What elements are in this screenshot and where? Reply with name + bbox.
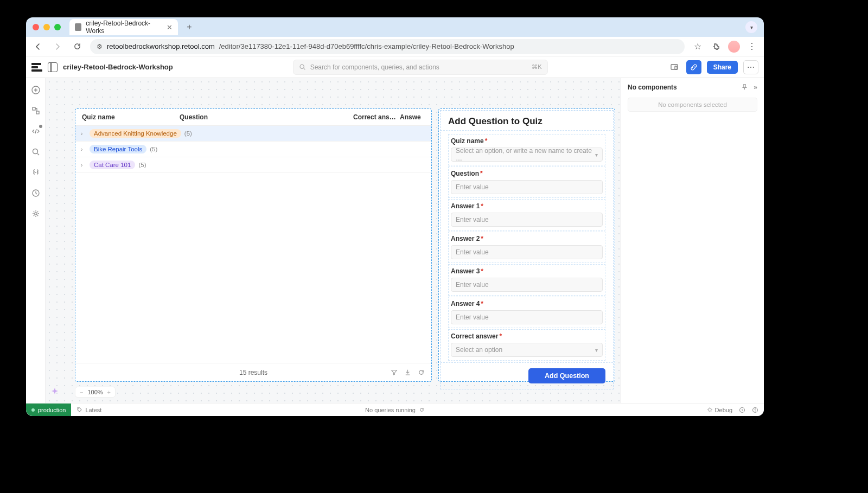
editor-canvas[interactable]: Quiz name Question Correct ans… Answe › … xyxy=(46,78,621,403)
placeholder: Enter value xyxy=(456,183,489,191)
answer3-label: Answer 3 xyxy=(451,267,480,275)
zoom-control[interactable]: − 100% + xyxy=(75,387,116,398)
add-icon[interactable] xyxy=(30,85,41,95)
row-count: (5) xyxy=(184,130,192,137)
close-window-icon[interactable] xyxy=(33,24,39,30)
queries-label: No queries running xyxy=(365,407,416,413)
browser-tab[interactable]: criley-Retool-Bedrock-Works ✕ xyxy=(69,19,178,35)
inspector-sidebar: No components » No components selected xyxy=(621,78,764,403)
search-shortcut: ⌘K xyxy=(532,63,541,71)
results-count: 15 results xyxy=(239,369,267,376)
quiz-pill: Bike Repair Tools xyxy=(90,145,146,153)
help-icon[interactable] xyxy=(752,407,758,413)
svg-point-10 xyxy=(78,408,79,409)
retool-logo-icon[interactable] xyxy=(31,63,42,72)
zoom-in-icon[interactable]: + xyxy=(107,389,111,395)
close-tab-icon[interactable]: ✕ xyxy=(167,23,173,31)
field-answer4: Answer 4* Enter value xyxy=(448,297,605,328)
question-label: Question xyxy=(451,170,479,177)
field-answer1: Answer 1* Enter value xyxy=(448,199,605,231)
col-answer[interactable]: Answe xyxy=(400,113,425,121)
answer1-input[interactable]: Enter value xyxy=(451,213,603,227)
expand-icon[interactable]: › xyxy=(81,146,86,152)
panel-toggle-icon[interactable] xyxy=(48,62,58,72)
download-icon[interactable] xyxy=(404,369,411,376)
app-name: criley-Retool-Bedrock-Workshop xyxy=(63,63,173,71)
share-link-button[interactable] xyxy=(686,60,701,74)
query-status[interactable]: No queries running xyxy=(365,407,425,413)
chrome-menu-icon[interactable]: ⋮ xyxy=(745,40,758,53)
bookmark-icon[interactable]: ☆ xyxy=(691,40,704,53)
required-icon: * xyxy=(480,170,483,177)
answer4-label: Answer 4 xyxy=(451,300,480,308)
table-row[interactable]: › Bike Repair Tools (5) xyxy=(75,142,431,157)
pin-icon[interactable] xyxy=(741,84,748,91)
browser-window: criley-Retool-Bedrock-Works ✕ + ▾ ⚙ reto… xyxy=(26,17,764,416)
table-row[interactable]: › Advanced Knitting Knowledge (5) xyxy=(75,126,431,142)
required-icon: * xyxy=(481,202,483,210)
state-icon[interactable] xyxy=(30,167,41,178)
more-menu-button[interactable]: ⋯ xyxy=(743,60,758,74)
maximize-window-icon[interactable] xyxy=(54,24,61,30)
field-quiz-name: Quiz name* Select an option, or write a … xyxy=(448,134,605,165)
required-icon: * xyxy=(499,332,502,340)
quiz-name-select[interactable]: Select an option, or write a new name to… xyxy=(451,148,603,162)
placeholder: Enter value xyxy=(456,313,489,321)
favicon-icon xyxy=(75,23,81,31)
placeholder: Enter value xyxy=(456,248,489,256)
quiz-table-panel[interactable]: Quiz name Question Correct ans… Answe › … xyxy=(75,108,432,382)
collapse-icon[interactable]: » xyxy=(754,84,757,91)
col-quiz-name[interactable]: Quiz name xyxy=(82,113,180,121)
tabs-dropdown-icon[interactable]: ▾ xyxy=(745,21,757,33)
col-correct-answer[interactable]: Correct ans… xyxy=(353,113,400,121)
release-latest[interactable]: Latest xyxy=(71,407,107,413)
site-settings-icon[interactable]: ⚙ xyxy=(97,43,103,50)
filter-icon[interactable] xyxy=(391,369,398,376)
reload-button[interactable] xyxy=(71,40,84,53)
extensions-icon[interactable] xyxy=(710,40,723,53)
new-tab-button[interactable]: + xyxy=(182,20,196,34)
back-button[interactable] xyxy=(31,40,44,53)
debug-button[interactable]: Debug xyxy=(707,407,732,413)
correct-answer-select[interactable]: Select an option▾ xyxy=(451,343,603,357)
minimize-window-icon[interactable] xyxy=(43,24,50,30)
add-question-button[interactable]: Add Question xyxy=(528,368,605,383)
expand-icon[interactable]: › xyxy=(81,162,86,168)
history-icon[interactable] xyxy=(30,188,41,199)
tree-icon[interactable] xyxy=(30,105,41,116)
add-question-panel[interactable]: Add Question to Quiz Quiz name* Select a… xyxy=(438,108,615,382)
tag-icon xyxy=(76,407,82,413)
svg-point-7 xyxy=(35,172,36,173)
profile-avatar[interactable] xyxy=(728,41,740,53)
ai-sparkle-icon[interactable] xyxy=(50,387,61,398)
required-icon: * xyxy=(481,300,483,308)
search-rail-icon[interactable] xyxy=(30,146,41,157)
url-bar[interactable]: ⚙ retoolbedrockworkshop.retool.com/edito… xyxy=(90,39,685,54)
answer3-input[interactable]: Enter value xyxy=(451,278,603,292)
required-icon: * xyxy=(481,235,483,242)
answer1-label: Answer 1 xyxy=(451,202,480,210)
settings-icon[interactable] xyxy=(30,208,41,219)
question-input[interactable]: Enter value xyxy=(451,180,603,194)
answer2-input[interactable]: Enter value xyxy=(451,245,603,259)
inspector-empty: No components selected xyxy=(628,98,757,112)
share-button[interactable]: Share xyxy=(707,61,738,74)
command-search[interactable]: Search for components, queries, and acti… xyxy=(293,60,548,75)
col-question[interactable]: Question xyxy=(180,113,353,121)
form-fields: Quiz name* Select an option, or write a … xyxy=(441,131,613,362)
zoom-out-icon[interactable]: − xyxy=(80,389,83,395)
clock-icon[interactable] xyxy=(739,407,745,413)
answer4-input[interactable]: Enter value xyxy=(451,310,603,324)
responsive-icon[interactable] xyxy=(668,61,681,74)
environment-tag[interactable]: production xyxy=(26,404,71,416)
mac-titlebar: criley-Retool-Bedrock-Works ✕ + ▾ xyxy=(26,17,764,37)
field-correct-answer: Correct answer* Select an option▾ xyxy=(448,329,605,361)
quiz-pill: Advanced Knitting Knowledge xyxy=(90,129,181,138)
code-icon[interactable] xyxy=(30,126,41,137)
expand-icon[interactable]: › xyxy=(81,131,86,137)
table-row[interactable]: › Cat Care 101 (5) xyxy=(75,157,431,173)
forward-button[interactable] xyxy=(51,40,64,53)
svg-rect-4 xyxy=(33,107,35,110)
env-label: production xyxy=(38,407,66,413)
refresh-icon[interactable] xyxy=(418,369,425,376)
